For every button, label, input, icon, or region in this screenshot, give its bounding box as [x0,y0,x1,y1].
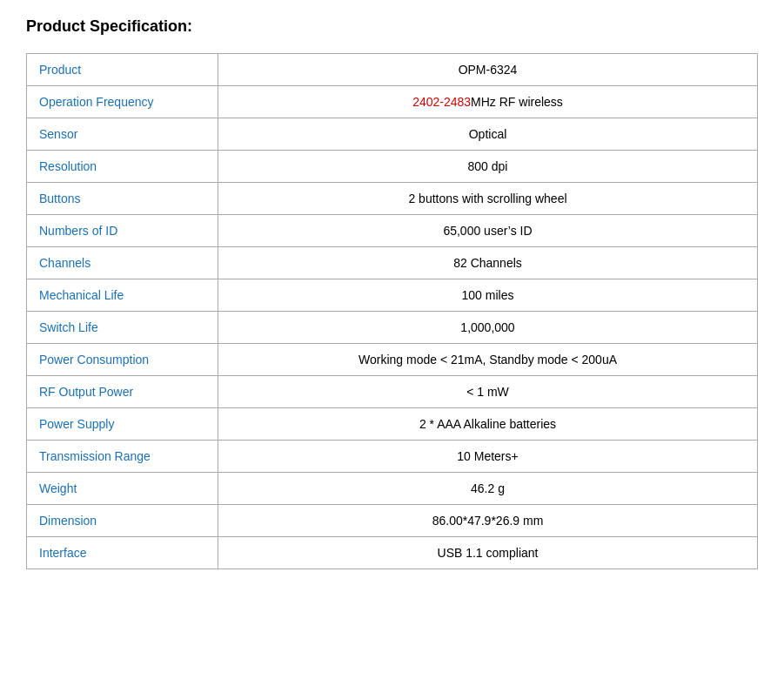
spec-value: Optical [218,118,758,151]
spec-value: Working mode < 21mA, Standby mode < 200u… [218,344,758,376]
spec-label: Mechanical Life [27,279,218,312]
table-row: Power ConsumptionWorking mode < 21mA, St… [27,344,758,376]
spec-value: 46.2 g [218,473,758,505]
table-row: Operation Frequency2402-2483MHz RF wirel… [27,86,758,118]
spec-value: 82 Channels [218,247,758,279]
spec-value: 65,000 user’s ID [218,215,758,247]
freq-normal-part: MHz RF wireless [471,95,563,109]
spec-label: Dimension [27,505,218,537]
spec-label: Resolution [27,151,218,183]
table-row: RF Output Power< 1 mW [27,376,758,408]
table-row: Buttons2 buttons with scrolling wheel [27,183,758,215]
table-row: Resolution800 dpi [27,151,758,183]
spec-value: < 1 mW [218,376,758,408]
spec-value: USB 1.1 compliant [218,537,758,569]
spec-label: Interface [27,537,218,569]
spec-table: ProductOPM-6324Operation Frequency2402-2… [26,53,758,569]
table-row: Switch Life1,000,000 [27,312,758,344]
page-title: Product Specification: [26,17,758,36]
spec-label: Switch Life [27,312,218,344]
table-row: InterfaceUSB 1.1 compliant [27,537,758,569]
table-row: ProductOPM-6324 [27,54,758,86]
table-row: Power Supply2 * AAA Alkaline batteries [27,408,758,441]
spec-value: 1,000,000 [218,312,758,344]
spec-label: Power Consumption [27,344,218,376]
spec-label: Transmission Range [27,441,218,473]
table-row: Dimension86.00*47.9*26.9 mm [27,505,758,537]
spec-value: 2 * AAA Alkaline batteries [218,408,758,441]
spec-label: Buttons [27,183,218,215]
spec-label: Weight [27,473,218,505]
spec-label: Product [27,54,218,86]
spec-label: Power Supply [27,408,218,441]
table-row: Channels82 Channels [27,247,758,279]
spec-value: 2 buttons with scrolling wheel [218,183,758,215]
spec-value: 86.00*47.9*26.9 mm [218,505,758,537]
spec-value: 800 dpi [218,151,758,183]
spec-value: 10 Meters+ [218,441,758,473]
freq-colored-part: 2402-2483 [412,95,471,109]
spec-value: OPM-6324 [218,54,758,86]
spec-value: 2402-2483MHz RF wireless [218,86,758,118]
spec-label: Sensor [27,118,218,151]
table-row: Transmission Range10 Meters+ [27,441,758,473]
spec-value: 100 miles [218,279,758,312]
table-row: Mechanical Life100 miles [27,279,758,312]
table-row: SensorOptical [27,118,758,151]
spec-label: Numbers of ID [27,215,218,247]
spec-label: Channels [27,247,218,279]
table-row: Weight46.2 g [27,473,758,505]
spec-label: Operation Frequency [27,86,218,118]
spec-label: RF Output Power [27,376,218,408]
table-row: Numbers of ID65,000 user’s ID [27,215,758,247]
